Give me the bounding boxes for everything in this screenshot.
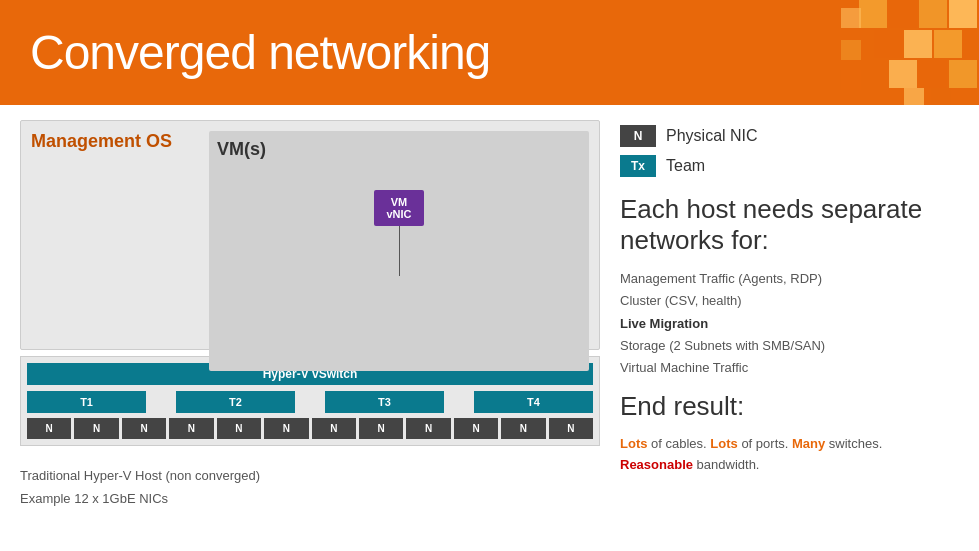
end-result-heading: End result: xyxy=(620,391,959,422)
mgmt-label: Management OS xyxy=(31,131,201,152)
n-label: Physical NIC xyxy=(666,127,758,145)
svg-rect-5 xyxy=(904,30,932,58)
text3: switches. xyxy=(825,436,882,451)
connector-line xyxy=(399,226,400,276)
header-decoration xyxy=(679,0,979,105)
vm-vnic-text: VMvNIC xyxy=(386,196,411,220)
svg-rect-12 xyxy=(841,8,861,28)
right-panel: N Physical NIC Tx Team Each host needs s… xyxy=(620,120,959,541)
n-badge: N xyxy=(620,125,656,147)
svg-rect-4 xyxy=(874,30,902,58)
legend-tx-item: Tx Team xyxy=(620,155,959,177)
vm-section-label: VM(s) xyxy=(217,139,266,160)
nic-5: N xyxy=(217,418,261,439)
lots2: Lots xyxy=(710,436,737,451)
svg-rect-7 xyxy=(889,60,917,88)
nic-9: N xyxy=(406,418,450,439)
teams-row: T1 T2 T3 T4 xyxy=(27,391,593,413)
network-item-4: Storage (2 Subnets with SMB/SAN) xyxy=(620,335,959,357)
legend-n-item: N Physical NIC xyxy=(620,125,959,147)
svg-rect-10 xyxy=(904,88,924,105)
svg-rect-13 xyxy=(841,40,861,60)
caption-line2: Example 12 x 1GbE NICs xyxy=(20,491,600,506)
text2: of ports. xyxy=(738,436,792,451)
legend: N Physical NIC Tx Team xyxy=(620,125,959,177)
team-t1: T1 xyxy=(27,391,146,413)
page-title: Converged networking xyxy=(30,25,490,80)
lots1: Lots xyxy=(620,436,647,451)
svg-rect-14 xyxy=(841,70,861,90)
text1: of cables. xyxy=(647,436,710,451)
network-item-5: Virtual Machine Traffic xyxy=(620,357,959,379)
tx-label: Team xyxy=(666,157,705,175)
svg-rect-9 xyxy=(949,60,977,88)
svg-rect-11 xyxy=(931,88,951,105)
nic-10: N xyxy=(454,418,498,439)
team-t2: T2 xyxy=(176,391,295,413)
nic-6: N xyxy=(264,418,308,439)
many: Many xyxy=(792,436,825,451)
svg-rect-3 xyxy=(949,0,977,28)
main-content: Management OS VM(s) VMvNIC Hyper-V vSwi xyxy=(0,105,979,551)
tx-badge: Tx xyxy=(620,155,656,177)
svg-rect-2 xyxy=(919,0,947,28)
caption-line1: Traditional Hyper-V Host (non converged) xyxy=(20,468,600,483)
reasonable: Reasonable xyxy=(620,457,693,472)
vm-vnic-box: VMvNIC xyxy=(374,190,423,226)
nic-12: N xyxy=(549,418,593,439)
end-result-text: Lots of cables. Lots of ports. Many swit… xyxy=(620,434,959,476)
network-item-3: Live Migration xyxy=(620,313,959,335)
text4: bandwidth. xyxy=(693,457,760,472)
network-item-2: Cluster (CSV, health) xyxy=(620,290,959,312)
network-list: Management Traffic (Agents, RDP) Cluster… xyxy=(620,268,959,378)
vm-section: VM(s) VMvNIC xyxy=(209,131,589,371)
header: Converged networking xyxy=(0,0,979,105)
nic-1: N xyxy=(27,418,71,439)
diagram-caption: Traditional Hyper-V Host (non converged)… xyxy=(20,460,600,506)
svg-rect-0 xyxy=(859,0,887,28)
nic-4: N xyxy=(169,418,213,439)
nic-8: N xyxy=(359,418,403,439)
networks-heading: Each host needs separate networks for: xyxy=(620,194,959,256)
nic-11: N xyxy=(501,418,545,439)
nic-2: N xyxy=(74,418,118,439)
diagram-top-box: Management OS VM(s) VMvNIC xyxy=(20,120,600,350)
team-t4: T4 xyxy=(474,391,593,413)
nics-row: N N N N N N N N N N N N xyxy=(27,418,593,439)
svg-rect-1 xyxy=(889,0,917,28)
svg-rect-6 xyxy=(934,30,962,58)
svg-rect-8 xyxy=(919,60,947,88)
diagram-section: Management OS VM(s) VMvNIC Hyper-V vSwi xyxy=(20,120,600,541)
nic-7: N xyxy=(312,418,356,439)
team-t3: T3 xyxy=(325,391,444,413)
management-os-section: Management OS xyxy=(31,131,201,371)
network-item-1: Management Traffic (Agents, RDP) xyxy=(620,268,959,290)
nic-3: N xyxy=(122,418,166,439)
